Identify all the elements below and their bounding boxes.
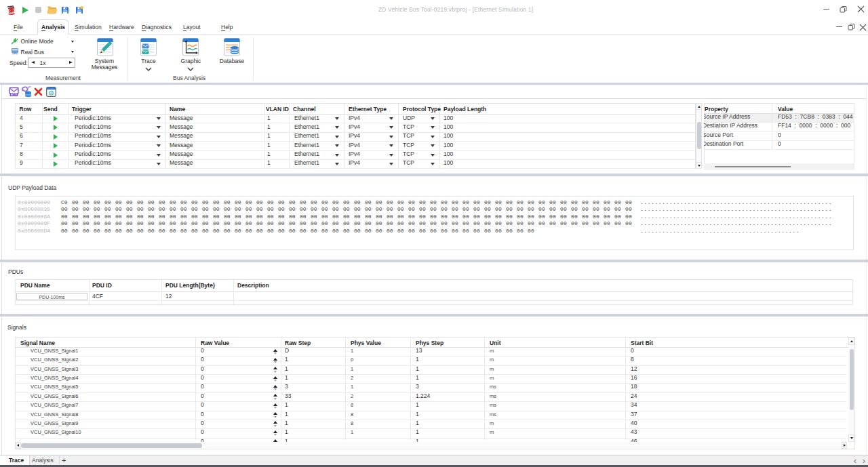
svg-text:ETH: ETH [11,93,17,96]
